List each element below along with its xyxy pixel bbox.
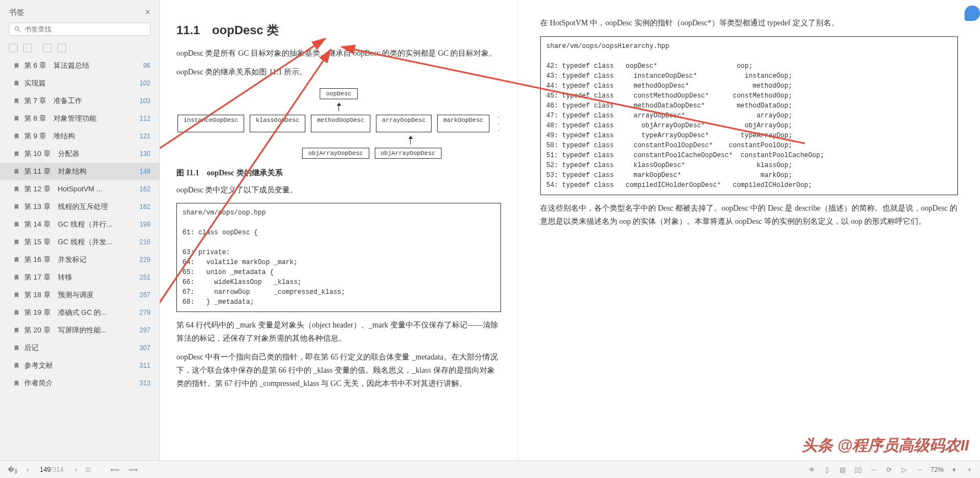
bookmark-icon: [13, 115, 20, 122]
bookmark-item[interactable]: 作者简介313: [0, 374, 159, 392]
sidebar-title: 书签: [9, 8, 24, 18]
code-block: share/vm/oops/oopsHierarchy.hpp 42: type…: [540, 36, 958, 195]
last-page-button[interactable]: ۋ⃒: [83, 465, 93, 475]
bookmark-label: 第 9 章 堆结构: [24, 131, 135, 141]
bookmark-page: 279: [139, 309, 150, 316]
bookmark-item[interactable]: 第 20 章 写屏障的性能...297: [0, 321, 159, 339]
bookmark-label: 作者简介: [24, 378, 135, 388]
diagram-ellipsis: · · ·: [496, 114, 501, 133]
bookmark-icon: [13, 221, 20, 228]
first-page-button[interactable]: �ۋ: [6, 465, 20, 475]
close-sidebar-icon[interactable]: ×: [144, 7, 150, 18]
bookmark-page: 297: [139, 326, 150, 334]
bookmark-icon: [13, 238, 20, 246]
bookmark-page: 251: [139, 273, 150, 281]
bookmark-page: 267: [139, 291, 150, 299]
paragraph: 在 HotSpotVM 中，oopDesc 实例的指针（oopDesc*）等类型…: [540, 17, 958, 30]
section-heading: 11.1 oopDesc 类: [176, 22, 501, 39]
prev-page-button[interactable]: ‹: [24, 465, 31, 475]
bookmark-page: 313: [139, 379, 150, 387]
bookmark-page: 121: [139, 132, 150, 140]
bookmark-icon: [13, 132, 20, 140]
bookmark-label: 第 20 章 写屏障的性能...: [24, 325, 135, 335]
two-page-icon[interactable]: ▯▯: [853, 465, 863, 475]
bookmark-icon: [13, 379, 20, 387]
chat-bubble-icon[interactable]: [965, 6, 980, 21]
collapse-all-icon[interactable]: [23, 44, 32, 52]
bookmark-item[interactable]: 第 15 章 GC 线程（并发...216: [0, 233, 159, 251]
view-mode-icon[interactable]: 👁: [807, 465, 817, 475]
forward-button[interactable]: ⟹: [126, 465, 140, 475]
zoom-dropdown-icon[interactable]: ▾: [949, 465, 959, 475]
bookmark-item[interactable]: 第 12 章 HotSpotVM ...162: [0, 180, 159, 198]
bookmark-item[interactable]: 第 7 章 准备工作103: [0, 92, 159, 110]
bookmark-item[interactable]: 第 6 章 算法篇总结96: [0, 57, 159, 74]
paragraph: oopDesc 中有一个指向自己类的指针，即在第 65 行定义的联合体变量 _m…: [176, 351, 501, 390]
zoom-level[interactable]: 72%: [930, 466, 944, 474]
bookmark-icon: [13, 309, 20, 316]
paragraph: oopDesc 类是所有 GC 目标对象的抽象基类。继承自 oopDesc 的类…: [176, 47, 501, 60]
bookmark-item[interactable]: 第 16 章 并发标记229: [0, 251, 159, 268]
bookmark-page: 182: [139, 203, 150, 211]
expand-all-icon[interactable]: [9, 44, 18, 52]
bookmark-tool-icon[interactable]: [43, 44, 52, 52]
next-page-button[interactable]: ›: [72, 465, 79, 475]
bookmark-item[interactable]: 第 11 章 对象结构148: [0, 163, 159, 180]
zoom-in-icon[interactable]: +: [965, 465, 974, 475]
page-left: 11.1 oopDesc 类 oopDesc 类是所有 GC 目标对象的抽象基类…: [160, 0, 518, 478]
bookmark-label: 第 10 章 分配器: [24, 149, 135, 159]
paragraph: oopDesc 类的继承关系如图 11.1 所示。: [176, 66, 501, 79]
bookmark-search[interactable]: [9, 23, 150, 36]
bookmark-icon: [13, 203, 20, 211]
bookmark-search-input[interactable]: [25, 25, 146, 33]
bookmark-label: 第 19 章 准确式 GC 的...: [24, 308, 135, 318]
bookmark-label: 第 11 章 对象结构: [24, 167, 135, 176]
bookmark-item[interactable]: 第 18 章 预测与调度267: [0, 286, 159, 304]
bookmark-page: 311: [139, 362, 150, 369]
bookmark-item[interactable]: 第 13 章 线程的互斥处理182: [0, 198, 159, 216]
back-button[interactable]: ⟸: [108, 465, 122, 475]
bookmark-label: 实现篇: [24, 78, 135, 88]
page-indicator[interactable]: 149/314: [40, 466, 63, 474]
rotate-icon[interactable]: ⟳: [884, 465, 894, 475]
bookmark-label: 第 15 章 GC 线程（并发...: [24, 237, 135, 247]
search-icon: [14, 25, 21, 33]
diagram-node: methodOopDesc: [311, 115, 370, 132]
bookmark-item[interactable]: 第 19 章 准确式 GC 的...279: [0, 304, 159, 321]
total-pages: 314: [52, 466, 63, 474]
bookmark-item[interactable]: 第 8 章 对象管理功能112: [0, 110, 159, 127]
bookmark-item[interactable]: 第 9 章 堆结构121: [0, 127, 159, 145]
single-page-icon[interactable]: ▯: [822, 465, 832, 475]
bookmark-item[interactable]: 后记307: [0, 339, 159, 357]
bookmark-item[interactable]: 第 10 章 分配器130: [0, 145, 159, 163]
bookmark-item[interactable]: 参考文献311: [0, 357, 159, 374]
bookmark-page: 96: [143, 62, 150, 69]
inheritance-diagram: oopDesc instanceOopDescklassOopDescmetho…: [176, 87, 501, 160]
zoom-out-icon[interactable]: −: [915, 465, 925, 475]
bookmark-label: 第 8 章 对象管理功能: [24, 114, 135, 123]
bookmark-item[interactable]: 第 17 章 转移251: [0, 268, 159, 286]
bookmark-label: 参考文献: [24, 361, 135, 370]
continuous-icon[interactable]: ▤: [838, 465, 848, 475]
bookmark-icon: [13, 326, 20, 334]
bookmark-icon: [13, 79, 20, 87]
current-page: 149: [40, 466, 51, 474]
bookmark-icon: [13, 97, 20, 105]
bookmark-label: 第 18 章 预测与调度: [24, 290, 135, 300]
play-icon[interactable]: ▷: [900, 465, 909, 475]
bookmark-page: 130: [139, 150, 150, 158]
diagram-node: objArrayOopDesc: [302, 148, 369, 159]
bookmark-page: 112: [139, 115, 150, 122]
bookmark-label: 第 12 章 HotSpotVM ...: [24, 184, 135, 194]
bookmark-label: 后记: [24, 343, 135, 353]
bookmark-label: 第 17 章 转移: [24, 272, 135, 282]
bookmark-item[interactable]: 实现篇102: [0, 74, 159, 92]
fit-width-icon[interactable]: ↔: [869, 465, 879, 475]
bookmark-tool-icon-2[interactable]: [57, 44, 66, 52]
bookmark-label: 第 6 章 算法篇总结: [24, 61, 139, 71]
bookmark-page: 307: [139, 344, 150, 352]
bookmark-page: 199: [139, 221, 150, 228]
page-right: 在 HotSpotVM 中，oopDesc 实例的指针（oopDesc*）等类型…: [518, 0, 980, 478]
bookmark-item[interactable]: 第 14 章 GC 线程（并行...199: [0, 216, 159, 233]
paragraph: 第 64 行代码中的 _mark 变量是对象头（object header）。_…: [176, 319, 501, 345]
